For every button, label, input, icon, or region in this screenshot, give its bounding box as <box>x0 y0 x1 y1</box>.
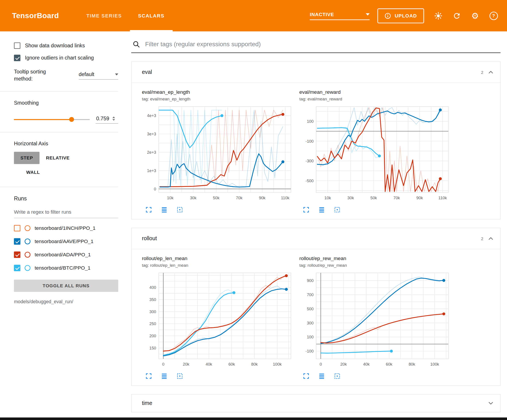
brightness-icon[interactable] <box>434 11 443 20</box>
chart-canvas[interactable]: 020k40k60k80k100k-100100300500700900 <box>299 270 452 370</box>
data-table-icon[interactable] <box>161 372 168 379</box>
run-item[interactable]: tensorboard/1INCH/PPO_1 <box>14 225 118 231</box>
svg-text:10k: 10k <box>324 195 331 200</box>
data-table-icon[interactable] <box>318 206 325 213</box>
axis-button-relative[interactable]: RELATIVE <box>39 152 76 164</box>
fit-domain-icon[interactable] <box>334 372 341 379</box>
chevron-down-icon <box>366 13 370 15</box>
expand-icon[interactable] <box>487 399 495 407</box>
run-item[interactable]: tensorboard/ADA/PPO_1 <box>14 251 118 258</box>
checkbox-ignore-outliers[interactable] <box>14 55 20 61</box>
fit-domain-icon[interactable] <box>334 206 341 213</box>
svg-text:0: 0 <box>320 362 322 366</box>
svg-text:70k: 70k <box>394 195 400 200</box>
chart-card: eval/mean_reward tag: eval/mean_reward 1… <box>299 89 455 214</box>
svg-text:-100: -100 <box>306 349 314 353</box>
section-count: 2 <box>481 70 484 75</box>
filter-tags-input[interactable] <box>145 41 500 48</box>
svg-text:100: 100 <box>307 335 314 339</box>
tag-filter-bar <box>131 41 500 53</box>
svg-text:900: 900 <box>307 278 314 283</box>
app-header: TensorBoard TIME SERIES SCALARS INACTIVE… <box>0 0 507 31</box>
fullscreen-icon[interactable] <box>145 206 152 213</box>
run-checkbox[interactable] <box>14 265 20 271</box>
svg-text:90k: 90k <box>416 195 423 200</box>
svg-text:40k: 40k <box>206 362 212 366</box>
section-time-header[interactable]: time <box>132 395 500 412</box>
fit-domain-icon[interactable] <box>176 372 183 379</box>
toggle-all-runs-button[interactable]: TOGGLE ALL RUNS <box>14 280 118 292</box>
run-filter-input[interactable] <box>14 209 118 218</box>
help-icon[interactable]: ? <box>489 11 498 20</box>
section-eval-header[interactable]: eval 2 <box>132 62 500 83</box>
data-table-icon[interactable] <box>318 372 325 379</box>
chart-title: rollout/ep_len_mean <box>142 256 297 262</box>
axis-button-step[interactable]: STEP <box>14 152 40 164</box>
status-dropdown[interactable]: INACTIVE <box>310 12 370 20</box>
divider <box>0 91 118 91</box>
run-label: tensorboard/AAVE/PPO_1 <box>35 238 94 244</box>
horizontal-axis-label: Horizontal Axis <box>14 141 118 146</box>
chart-canvas[interactable]: 10k30k50k70k90k110k100-100-300-500 <box>299 103 452 204</box>
svg-text:700: 700 <box>307 292 314 297</box>
fullscreen-icon[interactable] <box>303 206 310 213</box>
run-label: tensorboard/BTC/PPO_1 <box>35 265 91 271</box>
axis-button-wall[interactable]: WALL <box>20 166 46 178</box>
chart-canvas[interactable]: 10k30k50k70k90k110k01e+32e+33e+34e+3 <box>142 103 294 204</box>
svg-text:110k: 110k <box>281 195 289 200</box>
svg-text:60k: 60k <box>386 362 393 366</box>
data-table-icon[interactable] <box>161 206 168 213</box>
svg-text:-500: -500 <box>306 179 314 183</box>
smoothing-value-input[interactable] <box>96 116 112 122</box>
chart-title: eval/mean_ep_length <box>142 89 297 95</box>
refresh-icon[interactable] <box>452 11 461 20</box>
checkbox-show-download-links[interactable] <box>14 42 20 49</box>
section-eval: eval 2 eval/mean_ep_length tag: eval/mea… <box>131 62 500 219</box>
svg-text:200: 200 <box>149 334 156 338</box>
run-checkbox[interactable] <box>14 225 20 231</box>
tab-time-series[interactable]: TIME SERIES <box>78 0 130 31</box>
run-color-indicator <box>25 252 30 257</box>
section-title: rollout <box>142 235 481 242</box>
section-title: eval <box>142 69 481 76</box>
slider-thumb[interactable] <box>69 117 74 122</box>
svg-text:400: 400 <box>149 285 156 290</box>
run-checkbox[interactable] <box>14 238 20 245</box>
run-item[interactable]: tensorboard/AAVE/PPO_1 <box>14 238 118 245</box>
stepper-arrows[interactable] <box>113 117 115 121</box>
run-checkbox[interactable] <box>14 251 20 258</box>
chart-canvas[interactable]: 020k40k60k80k100k150200250300350400 <box>142 270 294 370</box>
dashboard-content: eval 2 eval/mean_ep_length tag: eval/mea… <box>127 31 507 420</box>
collapse-icon[interactable] <box>487 234 495 243</box>
settings-icon[interactable]: ⚙ <box>471 11 479 20</box>
stepper-down-icon[interactable] <box>113 119 115 121</box>
svg-text:20k: 20k <box>183 362 190 366</box>
svg-text:350: 350 <box>149 297 156 302</box>
run-item[interactable]: tensorboard/BTC/PPO_1 <box>14 265 118 271</box>
fit-domain-icon[interactable] <box>176 206 183 213</box>
main-tabs: TIME SERIES SCALARS <box>78 0 173 31</box>
fullscreen-icon[interactable] <box>145 372 152 379</box>
tab-scalars[interactable]: SCALARS <box>130 0 173 31</box>
header-actions: INACTIVE UPLOAD <box>310 0 507 31</box>
chart-title: eval/mean_reward <box>299 89 455 95</box>
smoothing-slider[interactable] <box>14 119 90 120</box>
svg-text:300: 300 <box>307 321 314 325</box>
svg-text:70k: 70k <box>236 195 243 200</box>
screen-bottom-edge <box>0 418 507 420</box>
stepper-up-icon[interactable] <box>113 117 115 118</box>
upload-button[interactable]: UPLOAD <box>378 8 424 23</box>
tooltip-sorting-select[interactable]: default <box>79 71 119 80</box>
svg-text:-100: -100 <box>306 139 314 144</box>
fullscreen-icon[interactable] <box>303 372 310 379</box>
svg-text:100k: 100k <box>430 362 439 366</box>
runs-base-path: models/debugged_eval_run/ <box>14 299 118 304</box>
run-color-indicator <box>25 225 30 231</box>
tensorboard-app: TensorBoard TIME SERIES SCALARS INACTIVE… <box>0 0 507 420</box>
section-time: time <box>131 394 500 412</box>
svg-text:50k: 50k <box>213 195 220 200</box>
svg-text:150: 150 <box>149 346 156 350</box>
section-rollout-header[interactable]: rollout 2 <box>132 228 500 249</box>
divider <box>0 187 118 187</box>
collapse-icon[interactable] <box>487 68 495 76</box>
